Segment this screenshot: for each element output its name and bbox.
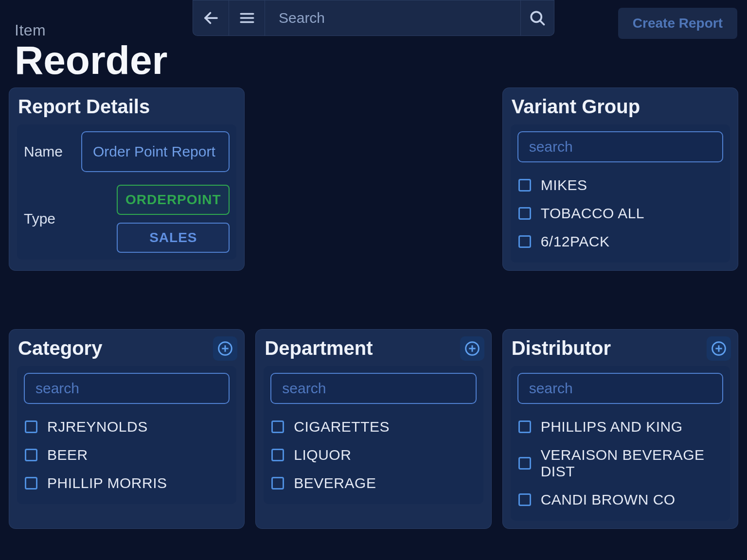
- list-item[interactable]: BEER: [24, 441, 230, 469]
- list-item[interactable]: LIQUOR: [270, 441, 476, 469]
- arrow-left-icon: [202, 9, 220, 27]
- list-item[interactable]: 6/12PACK: [517, 228, 723, 256]
- back-button[interactable]: [193, 0, 229, 35]
- category-list: RJREYNOLDS BEER PHILLIP MORRIS: [24, 413, 230, 497]
- list-item[interactable]: PHILLIPS AND KING: [517, 413, 723, 441]
- list-item[interactable]: CANDI BROWN CO: [517, 486, 723, 514]
- checkbox-icon: [271, 420, 284, 433]
- category-card: Category RJREYNOLDS BEER PHILLIP MORRIS: [9, 329, 245, 529]
- variant-group-list: MIKES TOBACCO ALL 6/12PACK: [517, 171, 723, 256]
- list-item[interactable]: RJREYNOLDS: [24, 413, 230, 441]
- item-label: TOBACCO ALL: [541, 205, 644, 222]
- item-label: LIQUOR: [294, 447, 351, 463]
- checkbox-icon: [25, 449, 37, 461]
- category-search[interactable]: [24, 373, 230, 404]
- checkbox-icon: [518, 420, 531, 433]
- item-label: BEER: [47, 447, 88, 463]
- card-title: Variant Group: [511, 96, 730, 118]
- create-report-button[interactable]: Create Report: [618, 8, 737, 39]
- hamburger-icon: [239, 10, 255, 26]
- checkbox-icon: [271, 477, 284, 490]
- department-list: CIGARETTES LIQUOR BEVERAGE: [270, 413, 476, 497]
- report-details-body: Name Order Point Report Type ORDERPOINT …: [17, 124, 236, 260]
- checkbox-icon: [25, 420, 37, 433]
- distributor-card: Distributor PHILLIPS AND KING VERAISON B…: [502, 329, 738, 529]
- department-card: Department CIGARETTES LIQUOR BEVERAGE: [255, 329, 491, 529]
- plus-circle-icon: [464, 341, 480, 356]
- checkbox-icon: [518, 179, 531, 192]
- distributor-list: PHILLIPS AND KING VERAISON BEVERAGE DIST…: [517, 413, 723, 514]
- department-search[interactable]: [270, 373, 476, 404]
- checkbox-icon: [271, 449, 284, 461]
- checkbox-icon: [518, 493, 531, 506]
- item-label: RJREYNOLDS: [47, 419, 148, 435]
- distributor-search[interactable]: [517, 373, 723, 404]
- type-label: Type: [24, 210, 71, 227]
- item-label: PHILLIPS AND KING: [541, 419, 683, 435]
- name-label: Name: [24, 143, 71, 160]
- search-button[interactable]: [521, 0, 554, 35]
- list-item[interactable]: BEVERAGE: [270, 469, 476, 497]
- checkbox-icon: [518, 235, 531, 248]
- list-item[interactable]: MIKES: [517, 171, 723, 199]
- page-title: Reorder: [15, 39, 738, 81]
- checkbox-icon: [518, 207, 531, 220]
- search-icon: [529, 9, 546, 27]
- list-item[interactable]: TOBACCO ALL: [517, 199, 723, 228]
- item-label: 6/12PACK: [541, 233, 610, 250]
- report-details-card: Report Details Name Order Point Report T…: [9, 88, 245, 271]
- card-title: Report Details: [17, 96, 236, 118]
- type-option-orderpoint[interactable]: ORDERPOINT: [117, 185, 230, 215]
- card-title: Category: [17, 337, 236, 359]
- add-department-button[interactable]: [460, 336, 484, 361]
- global-search: [265, 0, 521, 35]
- topbar: [193, 0, 554, 36]
- card-title: Department: [264, 337, 483, 359]
- list-item[interactable]: VERAISON BEVERAGE DIST: [517, 441, 723, 486]
- item-label: VERAISON BEVERAGE DIST: [541, 447, 722, 480]
- item-label: PHILLIP MORRIS: [47, 475, 167, 491]
- checkbox-icon: [518, 457, 531, 470]
- item-label: BEVERAGE: [294, 475, 376, 491]
- item-label: CANDI BROWN CO: [541, 491, 676, 508]
- item-label: CIGARETTES: [294, 419, 390, 435]
- add-category-button[interactable]: [213, 336, 237, 361]
- type-option-sales[interactable]: SALES: [117, 223, 230, 253]
- variant-group-search[interactable]: [517, 131, 723, 162]
- item-label: MIKES: [541, 177, 587, 193]
- svg-line-5: [540, 20, 544, 24]
- list-item[interactable]: CIGARETTES: [270, 413, 476, 441]
- variant-group-card: Variant Group MIKES TOBACCO ALL 6/12PACK: [502, 88, 738, 271]
- menu-button[interactable]: [229, 0, 265, 35]
- plus-circle-icon: [711, 341, 727, 356]
- add-distributor-button[interactable]: [707, 336, 731, 361]
- report-name-input[interactable]: Order Point Report: [81, 131, 230, 172]
- card-title: Distributor: [511, 337, 730, 359]
- plus-circle-icon: [217, 341, 233, 356]
- list-item[interactable]: PHILLIP MORRIS: [24, 469, 230, 497]
- global-search-input[interactable]: [279, 10, 507, 26]
- checkbox-icon: [25, 477, 37, 490]
